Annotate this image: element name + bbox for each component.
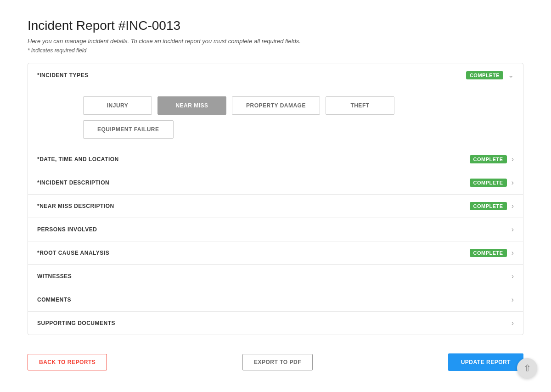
supporting-documents-section[interactable]: SUPPORTING DOCUMENTS › [28,312,523,335]
witnesses-header-right: › [512,272,514,280]
root-cause-chevron-icon: › [512,249,514,257]
required-note: * indicates required field [28,47,523,54]
incident-description-chevron-icon: › [512,179,514,187]
export-to-pdf-button[interactable]: EXPORT TO PDF [242,354,313,370]
type-btn-near-miss[interactable]: NEAR MISS [157,96,226,115]
near-miss-description-label: *NEAR MISS DESCRIPTION [37,203,114,209]
witnesses-chevron-icon: › [512,272,514,280]
near-miss-description-chevron-icon: › [512,202,514,210]
supporting-documents-label: SUPPORTING DOCUMENTS [37,320,115,326]
type-btn-equipment-failure[interactable]: EQUIPMENT FAILURE [83,120,174,139]
comments-label: COMMENTS [37,297,71,303]
near-miss-description-header-right: COMPLETE › [470,202,514,210]
incident-description-header-right: COMPLETE › [470,179,514,187]
incident-description-label: *INCIDENT DESCRIPTION [37,179,109,186]
incident-types-header-right: COMPLETE ⌄ [466,71,514,79]
incident-types-section: *INCIDENT TYPES COMPLETE ⌄ INJURY NEAR M… [28,63,523,148]
comments-section[interactable]: COMMENTS › [28,288,523,312]
supporting-documents-header-right: › [512,319,514,327]
comments-header-right: › [512,296,514,304]
incident-type-buttons-container: INJURY NEAR MISS PROPERTY DAMAGE THEFT E… [28,87,523,148]
root-cause-label: *ROOT CAUSE ANALYSIS [37,250,109,256]
persons-involved-label: PERSONS INVOLVED [37,226,97,233]
root-cause-header-right: COMPLETE › [470,249,514,257]
persons-involved-section[interactable]: PERSONS INVOLVED › [28,218,523,241]
fab-button[interactable]: ⇧ [517,358,537,378]
near-miss-description-section[interactable]: *NEAR MISS DESCRIPTION COMPLETE › [28,195,523,218]
date-time-location-section[interactable]: *DATE, TIME AND LOCATION COMPLETE › [28,148,523,171]
incident-types-header[interactable]: *INCIDENT TYPES COMPLETE ⌄ [28,63,523,87]
persons-involved-chevron-icon: › [512,225,514,234]
type-btn-injury[interactable]: INJURY [83,96,152,115]
incident-types-chevron-icon: ⌄ [508,71,514,79]
supporting-documents-chevron-icon: › [512,319,514,327]
update-report-button[interactable]: UPDATE REPORT [448,353,523,371]
type-btn-theft[interactable]: THEFT [326,96,394,115]
date-time-location-chevron-icon: › [512,155,514,163]
page-subtitle: Here you can manage incident details. To… [28,38,523,45]
incident-types-badge: COMPLETE [466,71,503,79]
date-time-location-header-right: COMPLETE › [470,155,514,163]
incident-types-label: *INCIDENT TYPES [37,72,89,78]
root-cause-badge: COMPLETE [470,249,507,257]
date-time-location-label: *DATE, TIME AND LOCATION [37,156,119,162]
incident-description-section[interactable]: *INCIDENT DESCRIPTION COMPLETE › [28,171,523,195]
near-miss-description-badge: COMPLETE [470,202,507,210]
back-to-reports-button[interactable]: BACK TO REPORTS [28,354,107,370]
persons-involved-header-right: › [512,225,514,234]
date-time-location-badge: COMPLETE [470,155,507,163]
witnesses-section[interactable]: WITNESSES › [28,265,523,288]
incident-form-card: *INCIDENT TYPES COMPLETE ⌄ INJURY NEAR M… [28,63,523,335]
incident-description-badge: COMPLETE [470,179,507,187]
page-title: Incident Report #INC-0013 [28,18,523,33]
comments-chevron-icon: › [512,296,514,304]
page-wrapper: Incident Report #INC-0013 Here you can m… [0,0,551,392]
witnesses-label: WITNESSES [37,273,72,280]
fab-icon: ⇧ [523,363,531,374]
root-cause-section[interactable]: *ROOT CAUSE ANALYSIS COMPLETE › [28,241,523,265]
type-btn-property-damage[interactable]: PROPERTY DAMAGE [232,96,320,115]
bottom-bar: BACK TO REPORTS EXPORT TO PDF UPDATE REP… [28,344,523,380]
